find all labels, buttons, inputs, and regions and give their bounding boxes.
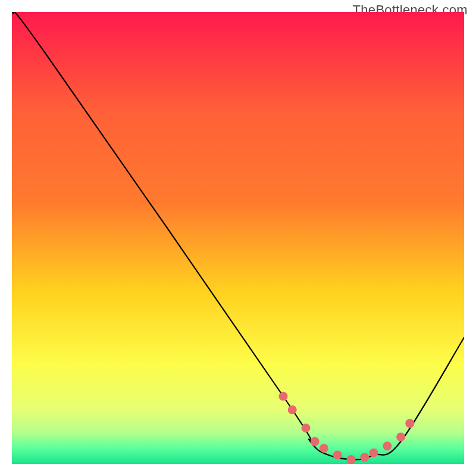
marker-dot [288, 405, 297, 414]
marker-dot [383, 441, 392, 450]
marker-dot [320, 444, 328, 453]
chart-root: TheBottleneck.com [0, 0, 476, 476]
marker-dot [405, 419, 414, 428]
marker-dot [347, 455, 356, 464]
plot-area [12, 12, 464, 464]
marker-dot [396, 433, 405, 441]
marker-dot [369, 449, 378, 458]
marker-dot [333, 450, 342, 459]
chart-svg [12, 12, 464, 464]
marker-dot [302, 424, 311, 433]
marker-dot [360, 453, 369, 462]
marker-dot [279, 392, 288, 401]
marker-dot [311, 437, 320, 446]
gradient-background [12, 12, 464, 464]
